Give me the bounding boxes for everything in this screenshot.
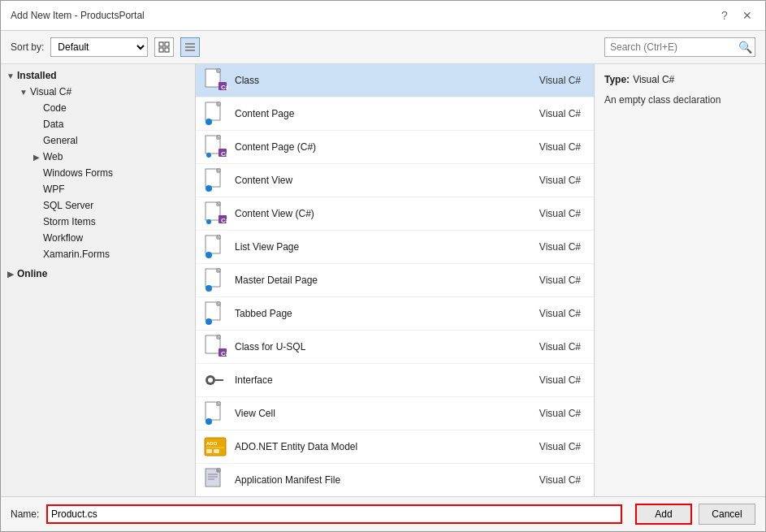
- svg-point-26: [206, 219, 211, 224]
- item-row-tabbed-page[interactable]: Tabbed Page Visual C#: [196, 297, 594, 331]
- item-name-content-view-cs: Content View (C#): [235, 208, 522, 219]
- item-name-interface: Interface: [235, 374, 522, 386]
- item-icon-list-view-page: [202, 234, 228, 260]
- sidebar-item-data[interactable]: Data: [1, 116, 195, 132]
- sidebar-label-online: Online: [17, 268, 47, 279]
- footer-buttons: Add Cancel: [635, 504, 755, 525]
- item-row-master-detail-page[interactable]: Master Detail Page Visual C#: [196, 264, 594, 297]
- sidebar-item-installed[interactable]: ▼ Installed: [1, 67, 195, 84]
- item-row-interface[interactable]: Interface Visual C#: [196, 364, 594, 397]
- item-type-content-view-cs: Visual C#: [522, 208, 587, 219]
- help-button[interactable]: ?: [716, 7, 733, 24]
- search-input[interactable]: [605, 41, 735, 53]
- svg-rect-3: [165, 48, 169, 52]
- item-icon-master-detail-page: [202, 267, 228, 293]
- item-name-master-detail-page: Master Detail Page: [235, 275, 522, 286]
- sidebar-label-code: Code: [43, 102, 67, 114]
- expander-installed: ▼: [4, 69, 17, 82]
- sidebar-item-wpf[interactable]: WPF: [1, 181, 195, 197]
- sidebar-item-code[interactable]: Code: [1, 100, 195, 116]
- search-box: 🔍: [604, 37, 755, 57]
- sidebar-item-general[interactable]: General: [1, 132, 195, 149]
- svg-text:ADO: ADO: [206, 441, 218, 446]
- sidebar-label-workflow: Workflow: [43, 232, 83, 244]
- item-name-ado-net: ADO.NET Entity Data Model: [235, 441, 522, 452]
- svg-rect-0: [159, 42, 163, 46]
- item-row-content-page[interactable]: Content Page Visual C#: [196, 97, 594, 131]
- svg-point-18: [206, 153, 211, 158]
- sort-select[interactable]: Default: [50, 37, 148, 57]
- expander-xamarin-forms: [30, 248, 43, 261]
- close-button[interactable]: ✕: [739, 7, 755, 24]
- item-name-class: Class: [235, 75, 522, 86]
- item-name-content-view: Content View: [235, 175, 522, 186]
- item-type-interface: Visual C#: [522, 374, 587, 386]
- sidebar-item-windows-forms[interactable]: Windows Forms: [1, 165, 195, 181]
- sidebar-label-wpf: WPF: [43, 184, 65, 195]
- svg-rect-2: [159, 48, 163, 52]
- item-row-ado-net[interactable]: ADO ADO.NET Entity Data Model Visual C#: [196, 430, 594, 464]
- item-icon-ado-net: ADO: [202, 434, 228, 460]
- sidebar-item-web[interactable]: ▶ Web: [1, 149, 195, 165]
- item-row-content-view[interactable]: Content View Visual C#: [196, 164, 594, 197]
- svg-text:C#: C#: [221, 84, 228, 91]
- item-type-class: Visual C#: [522, 75, 587, 86]
- expander-general: [30, 134, 43, 147]
- item-type-content-page-cs: Visual C#: [522, 141, 587, 153]
- item-name-view-cell: View Cell: [235, 408, 522, 419]
- item-row-view-cell[interactable]: View Cell Visual C#: [196, 397, 594, 430]
- info-type-value: Visual C#: [633, 74, 674, 89]
- add-new-item-dialog: Add New Item - ProductsPortal ? ✕ Sort b…: [0, 0, 766, 532]
- item-icon-view-cell: [202, 400, 228, 426]
- item-icon-content-view: [202, 167, 228, 193]
- search-button[interactable]: 🔍: [735, 37, 755, 57]
- svg-point-21: [206, 185, 212, 192]
- expander-code: [30, 102, 43, 115]
- item-type-class-usql: Visual C#: [522, 341, 587, 353]
- footer: Name: Add Cancel: [1, 496, 765, 531]
- expander-online: ▶: [4, 267, 17, 280]
- item-icon-content-view-cs: C#: [202, 201, 228, 227]
- toolbar: Sort by: Default 🔍: [1, 31, 765, 64]
- svg-text:C#: C#: [221, 217, 228, 224]
- item-row-content-view-cs[interactable]: C# Content View (C#) Visual C#: [196, 197, 594, 231]
- item-icon-class-usql: C#: [202, 334, 228, 360]
- info-description: An empty class declaration: [604, 93, 755, 107]
- sidebar-label-xamarin-forms: Xamarin.Forms: [43, 249, 110, 260]
- list-view-button[interactable]: [180, 37, 200, 57]
- sidebar-label-visual-cs: Visual C#: [30, 86, 71, 97]
- item-row-content-page-cs[interactable]: C# Content Page (C#) Visual C#: [196, 131, 594, 164]
- svg-text:C#: C#: [221, 350, 228, 357]
- item-row-list-view-page[interactable]: List View Page Visual C#: [196, 231, 594, 264]
- expander-workflow: [30, 231, 43, 244]
- sidebar-label-sql-server: SQL Server: [43, 200, 93, 211]
- sidebar-item-xamarin-forms[interactable]: Xamarin.Forms: [1, 246, 195, 262]
- grid-view-button[interactable]: [154, 37, 174, 57]
- name-label: Name:: [11, 508, 40, 520]
- main-content: ▼ Installed ▼ Visual C# Code Data Genera…: [1, 64, 765, 496]
- sidebar-item-online[interactable]: ▶ Online: [1, 266, 195, 282]
- title-bar-buttons: ? ✕: [716, 7, 755, 24]
- item-icon-content-page: [202, 101, 228, 127]
- expander-sql-server: [30, 199, 43, 212]
- item-icon-tabbed-page: [202, 301, 228, 327]
- item-row-class[interactable]: C# Class Visual C#: [196, 64, 594, 97]
- sidebar-item-visual-cs[interactable]: ▼ Visual C#: [1, 84, 195, 100]
- item-name-class-usql: Class for U-SQL: [235, 341, 522, 353]
- item-type-content-view: Visual C#: [522, 175, 587, 186]
- item-type-master-detail-page: Visual C#: [522, 275, 587, 286]
- sidebar-item-sql-server[interactable]: SQL Server: [1, 197, 195, 214]
- svg-point-41: [208, 378, 213, 383]
- sidebar-item-workflow[interactable]: Workflow: [1, 230, 195, 246]
- item-row-app-manifest[interactable]: Application Manifest File Visual C#: [196, 464, 594, 496]
- item-row-class-usql[interactable]: C# Class for U-SQL Visual C#: [196, 331, 594, 364]
- item-type-view-cell: Visual C#: [522, 408, 587, 419]
- expander-storm-items: [30, 215, 43, 228]
- dialog-title: Add New Item - ProductsPortal: [11, 10, 145, 21]
- name-input[interactable]: [46, 504, 622, 524]
- sidebar-label-general: General: [43, 135, 78, 146]
- cancel-button[interactable]: Cancel: [699, 504, 755, 525]
- add-button[interactable]: Add: [635, 504, 692, 525]
- sidebar-item-storm-items[interactable]: Storm Items: [1, 214, 195, 230]
- svg-point-35: [206, 318, 212, 325]
